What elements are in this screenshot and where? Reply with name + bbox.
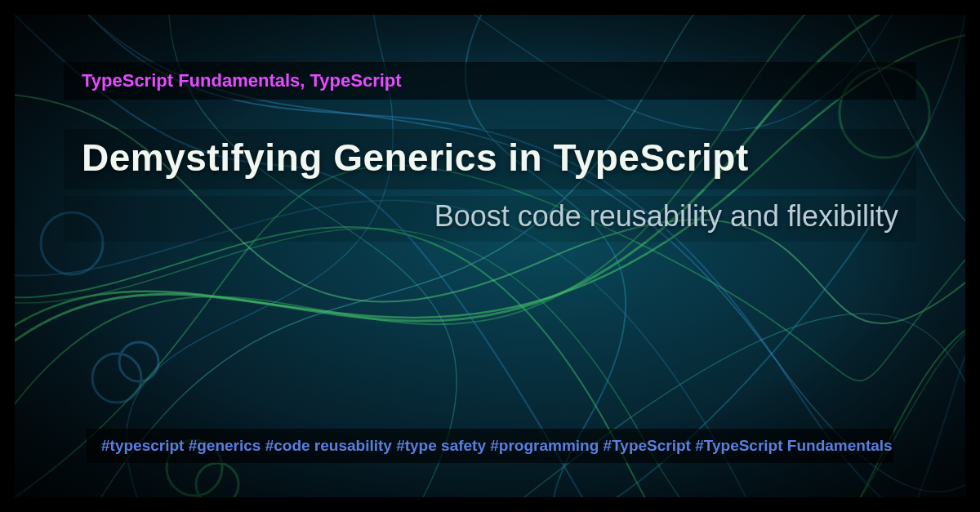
tags-list: #typescript #generics #code reusability … — [87, 429, 893, 463]
page-title: Demystifying Generics in TypeScript — [64, 129, 916, 189]
hero-card: TypeScript Fundamentals, TypeScript Demy… — [15, 15, 965, 497]
page-subtitle: Boost code reusability and flexibility — [64, 196, 916, 242]
category-label: TypeScript Fundamentals, TypeScript — [64, 62, 916, 100]
